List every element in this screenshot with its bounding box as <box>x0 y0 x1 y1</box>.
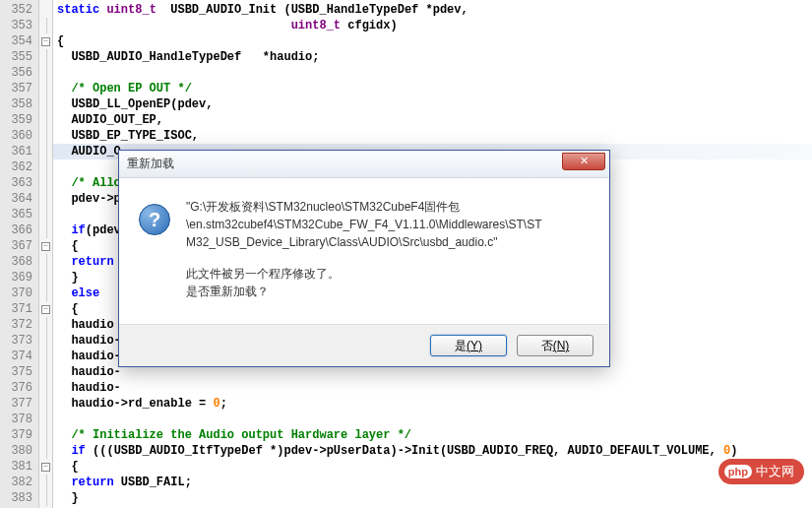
fold-marker <box>39 412 52 427</box>
code-line[interactable]: { <box>57 459 812 475</box>
fold-marker <box>39 65 52 81</box>
fold-marker <box>39 112 52 128</box>
dialog-titlebar[interactable]: 重新加载 ✕ <box>119 151 609 178</box>
fold-gutter[interactable]: −−−− <box>39 0 53 508</box>
line-number: 383 <box>0 490 32 506</box>
code-line[interactable]: haudio- <box>57 380 812 396</box>
fold-marker <box>39 396 52 412</box>
fold-marker <box>39 128 52 144</box>
fold-marker <box>39 18 52 33</box>
line-number: 357 <box>0 81 32 96</box>
line-number: 382 <box>0 475 32 490</box>
line-number: 358 <box>0 96 32 112</box>
line-number: 365 <box>0 207 32 222</box>
fold-marker <box>39 207 52 222</box>
yes-button[interactable]: 是(Y) <box>430 335 507 356</box>
reload-dialog: 重新加载 ✕ ? "G:\开发板资料\STM32nucleo\STM32Cube… <box>118 150 610 367</box>
fold-marker <box>39 159 52 175</box>
fold-marker <box>39 144 52 159</box>
fold-marker <box>39 475 52 490</box>
code-line[interactable]: haudio->rd_enable = 0; <box>57 396 812 412</box>
line-number: 368 <box>0 254 32 270</box>
code-line[interactable]: } <box>57 490 812 506</box>
line-number: 353 <box>0 18 32 33</box>
fold-marker[interactable]: − <box>39 301 52 317</box>
line-number: 376 <box>0 380 32 396</box>
line-number: 381 <box>0 459 32 475</box>
dialog-title: 重新加载 <box>127 156 174 172</box>
fold-marker <box>39 175 52 191</box>
fold-marker <box>39 427 52 443</box>
line-number: 372 <box>0 317 32 333</box>
dialog-button-row: 是(Y) 否(N) <box>119 324 609 366</box>
line-number: 359 <box>0 112 32 128</box>
code-line[interactable]: if (((USBD_AUDIO_ItfTypeDef *)pdev->pUse… <box>57 443 812 459</box>
fold-marker <box>39 96 52 112</box>
line-number: 363 <box>0 175 32 191</box>
fold-marker[interactable]: − <box>39 459 52 475</box>
code-line[interactable]: /* Initialize the Audio output Hardware … <box>57 427 812 443</box>
fold-marker <box>39 443 52 459</box>
fold-marker <box>39 349 52 364</box>
fold-marker <box>39 270 52 286</box>
close-button[interactable]: ✕ <box>562 153 605 170</box>
line-number: 361 <box>0 144 32 159</box>
line-number: 378 <box>0 412 32 427</box>
line-number: 369 <box>0 270 32 286</box>
fold-marker <box>39 286 52 301</box>
code-line[interactable]: uint8_t cfgidx) <box>57 18 812 33</box>
fold-marker[interactable]: − <box>39 238 52 254</box>
fold-marker <box>39 333 52 349</box>
fold-marker <box>39 317 52 333</box>
code-line[interactable]: USBD_EP_TYPE_ISOC, <box>57 128 812 144</box>
line-number: 366 <box>0 222 32 238</box>
line-number: 373 <box>0 333 32 349</box>
code-line[interactable]: { <box>57 33 812 49</box>
code-line[interactable] <box>57 65 812 81</box>
line-number: 379 <box>0 427 32 443</box>
code-line[interactable] <box>57 412 812 427</box>
line-number: 375 <box>0 364 32 380</box>
dialog-path-line: \en.stm32cubef4\STM32Cube_FW_F4_V1.11.0\… <box>186 216 542 233</box>
dialog-path-line: "G:\开发板资料\STM32nucleo\STM32CubeF4固件包 <box>186 198 542 216</box>
code-line[interactable]: static uint8_t USBD_AUDIO_Init (USBD_Han… <box>57 2 812 18</box>
line-number: 370 <box>0 286 32 301</box>
line-number: 380 <box>0 443 32 459</box>
code-line[interactable]: /* Open EP OUT */ <box>57 81 812 96</box>
fold-marker <box>39 2 52 18</box>
dialog-msg-line: 是否重新加载？ <box>186 283 542 300</box>
dialog-msg-line: 此文件被另一个程序修改了。 <box>186 265 542 283</box>
line-number: 374 <box>0 349 32 364</box>
logo-text: 中文网 <box>756 463 794 480</box>
fold-marker <box>39 49 52 65</box>
line-number: 367 <box>0 238 32 254</box>
fold-marker <box>39 364 52 380</box>
line-number: 352 <box>0 2 32 18</box>
line-number: 354 <box>0 33 32 49</box>
fold-marker <box>39 191 52 207</box>
line-number: 360 <box>0 128 32 144</box>
line-number: 377 <box>0 396 32 412</box>
dialog-message: "G:\开发板资料\STM32nucleo\STM32CubeF4固件包 \en… <box>186 198 542 300</box>
line-number: 371 <box>0 301 32 317</box>
fold-marker <box>39 380 52 396</box>
line-number-gutter: 3523533543553563573583593603613623633643… <box>0 0 39 508</box>
code-line[interactable]: USBD_AUDIO_HandleTypeDef *haudio; <box>57 49 812 65</box>
logo-php: php <box>724 465 752 478</box>
dialog-body: ? "G:\开发板资料\STM32nucleo\STM32CubeF4固件包 \… <box>119 178 609 324</box>
code-line[interactable]: return USBD_FAIL; <box>57 475 812 490</box>
watermark-logo: php 中文网 <box>718 459 804 484</box>
line-number: 355 <box>0 49 32 65</box>
dialog-path-line: M32_USB_Device_Library\Class\AUDIO\Src\u… <box>186 233 542 251</box>
line-number: 362 <box>0 159 32 175</box>
code-line[interactable]: USBD_LL_OpenEP(pdev, <box>57 96 812 112</box>
fold-marker <box>39 222 52 238</box>
fold-marker <box>39 254 52 270</box>
close-icon: ✕ <box>580 155 589 167</box>
line-number: 364 <box>0 191 32 207</box>
fold-marker[interactable]: − <box>39 33 52 49</box>
code-line[interactable]: AUDIO_OUT_EP, <box>57 112 812 128</box>
line-number: 356 <box>0 65 32 81</box>
fold-marker <box>39 490 52 506</box>
no-button[interactable]: 否(N) <box>517 335 593 356</box>
